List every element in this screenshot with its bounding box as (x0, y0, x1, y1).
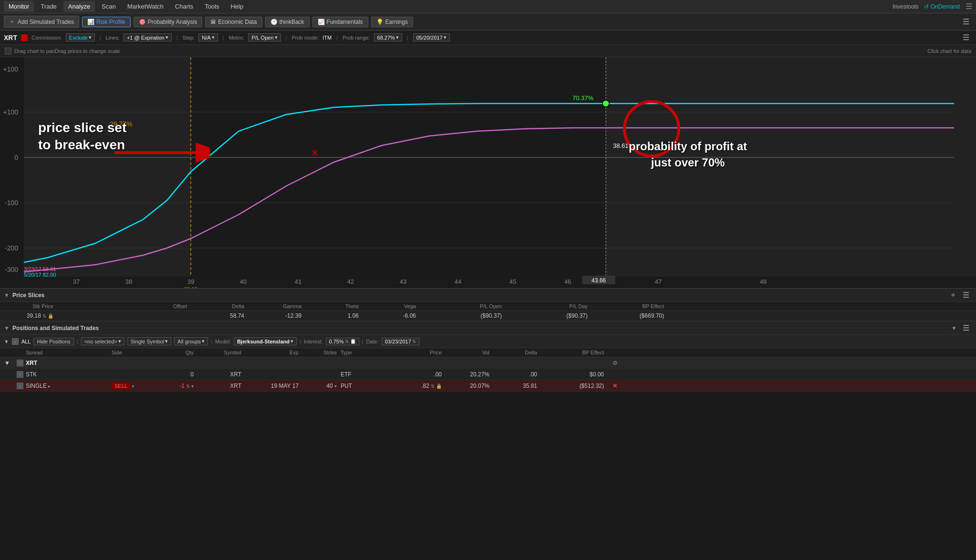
commission-value: Exclude (69, 35, 88, 41)
single-price-text: .82 (421, 383, 429, 389)
xrt-check[interactable] (14, 360, 26, 366)
ps-vega: -6.06 (363, 312, 420, 319)
chart-pan-hint: Drag chart to panDrag prices to change s… (14, 48, 120, 54)
economic-data-button[interactable]: 🏛 Economic Data (205, 17, 262, 27)
prob-range-label: Prob range: (343, 35, 370, 41)
settings-bar: XRT Commission: Exclude ▾ | Lines: +1 @ … (0, 31, 976, 45)
xrt-expand[interactable]: ▼ (0, 360, 14, 366)
all-groups-dropdown[interactable]: All groups ▾ (174, 337, 208, 345)
positions-menu-icon[interactable]: ☰ (960, 322, 972, 333)
single-strike: 40 ▾ (302, 383, 341, 389)
position-date-dropdown[interactable]: 03/23/2017 ⇅ (382, 338, 419, 345)
stk-symbol: XRT (197, 371, 245, 378)
investools-link[interactable]: Investools (893, 3, 918, 10)
single-vol: 20.07% (446, 383, 493, 389)
xrt-gear-icon[interactable]: ⚙ (608, 360, 622, 366)
svg-text:29.77%: 29.77% (110, 120, 132, 128)
date-controls[interactable]: ⇅ (412, 339, 416, 344)
ondemand-link[interactable]: ↺ OnDemand (924, 3, 960, 10)
positions-filter-icon[interactable]: ▼ (951, 325, 957, 332)
single-spread-arrow[interactable]: ▸ (48, 384, 51, 389)
ps-stk-controls[interactable]: ⇅ 🔒 (42, 313, 53, 319)
lines-dropdown[interactable]: +1 @ Expiration ▾ (124, 33, 172, 41)
position-date-value: 03/23/2017 (385, 339, 411, 344)
qty-stepper[interactable]: ⇅ ▾ (186, 384, 194, 389)
chevron-down-icon-5: ▾ (396, 34, 399, 41)
single-symbol-dropdown[interactable]: Single Symbol ▾ (127, 337, 171, 345)
price-slices-chevron[interactable]: ▼ (4, 292, 10, 299)
nav-marketwatch[interactable]: MarketWatch (123, 1, 168, 12)
metric-value: P/L Open (251, 35, 273, 41)
add-simulated-trades-button[interactable]: ＋ Add Simulated Trades (4, 16, 79, 28)
earnings-button[interactable]: 💡 Earnings (371, 17, 413, 27)
pos-sep-3: | (300, 339, 301, 344)
symbol-display: XRT (4, 34, 17, 41)
risk-profile-button[interactable]: 📊 Risk Profile (82, 17, 131, 27)
nav-help[interactable]: Help (226, 1, 248, 12)
nav-trade[interactable]: Trade (36, 1, 61, 12)
svg-text:+100: +100 (3, 108, 18, 116)
stk-delta: .00 (493, 371, 541, 378)
menu-icon[interactable]: ☰ (960, 16, 972, 27)
fundamentals-button[interactable]: 📈 Fundamentals (312, 17, 368, 27)
single-strike-arrow[interactable]: ▾ (334, 384, 337, 389)
hide-positions-btn[interactable]: Hide Positions (33, 338, 73, 345)
chart-toggle-icon[interactable] (5, 48, 11, 54)
add-price-slice-button[interactable]: ＋ (949, 290, 957, 300)
fundamentals-icon: 📈 (318, 19, 325, 25)
thinkback-button[interactable]: 🕐 thinkBack (265, 17, 310, 27)
no-selected-value: <no selected> (84, 339, 117, 344)
nav-analyze[interactable]: Analyze (63, 1, 95, 12)
date-dropdown[interactable]: 05/20/2017 ▾ (413, 33, 450, 41)
top-nav: Monitor Trade Analyze Scan MarketWatch C… (0, 0, 976, 13)
stk-check[interactable] (14, 371, 26, 378)
svg-text:+100: +100 (3, 65, 18, 73)
nav-charts[interactable]: Charts (170, 1, 198, 12)
commission-dropdown[interactable]: Exclude ▾ (66, 33, 95, 41)
metric-label: Metric: (228, 35, 244, 41)
prob-range-dropdown[interactable]: 68.27% ▾ (374, 33, 402, 41)
price-slices-section: ▼ Price Slices ＋ ☰ Stk Price Offset Delt… (0, 288, 976, 321)
interest-controls[interactable]: ⇅ 📋 (345, 339, 356, 344)
step-dropdown[interactable]: N/A ▾ (198, 33, 218, 41)
pos-expand-chevron[interactable]: ▼ (4, 339, 9, 344)
settings-menu-icon[interactable]: ☰ (960, 32, 972, 42)
prob-mode-value: ITM (322, 35, 332, 41)
price-slices-controls: ＋ ☰ (949, 290, 972, 301)
svg-rect-1 (24, 57, 191, 277)
interest-dropdown[interactable]: 0.75% ⇅ 📋 (326, 338, 359, 345)
all-checkbox[interactable] (12, 338, 19, 345)
col-bp-effect-header: BP Effect (592, 303, 668, 309)
single-side-arrow[interactable]: ▾ (132, 384, 134, 389)
svg-point-19 (602, 100, 609, 107)
positions-section: ▼ Positions and Simulated Trades ▼ ☰ ▼ A… (0, 321, 976, 392)
price-stepper[interactable]: ⇅ 🔒 (431, 384, 442, 389)
ps-bp-effect: ($669.70) (592, 312, 668, 319)
col-type-header: Type (341, 350, 379, 355)
nav-tools[interactable]: Tools (200, 1, 224, 12)
ps-pl-day: ($90.37) (506, 312, 592, 319)
positions-header: ▼ Positions and Simulated Trades ▼ ☰ (0, 321, 976, 335)
metric-dropdown[interactable]: P/L Open ▾ (248, 33, 280, 41)
hide-positions-label: Hide Positions (37, 339, 70, 344)
no-selected-dropdown[interactable]: <no selected> ▾ (81, 337, 125, 345)
chart-canvas[interactable]: +100 +100 0 -100 -200 -300 39.18 29.77% (0, 57, 976, 288)
nav-monitor[interactable]: Monitor (4, 1, 34, 12)
probability-analysis-button[interactable]: 🎯 Probability Analysis (134, 17, 202, 27)
stk-bpeff: $0.00 (541, 371, 608, 378)
price-slices-menu-icon[interactable]: ☰ (960, 290, 972, 301)
hamburger-icon[interactable]: ☰ (966, 2, 972, 11)
col-gear (608, 350, 622, 355)
single-close-btn[interactable]: ✕ (608, 383, 622, 389)
col-side-header: Side (112, 350, 159, 355)
single-check[interactable] (14, 383, 26, 389)
date-value: 05/20/2017 (416, 35, 443, 41)
date-labels: 3/23/17 58.61 5/20/17 82.00 (24, 266, 56, 278)
single-type: PUT (341, 383, 379, 389)
model-dropdown[interactable]: Bjerksund-Stensland ▾ (234, 337, 297, 345)
single-symbol: XRT (197, 383, 245, 389)
nav-scan[interactable]: Scan (97, 1, 121, 12)
prob-mode-label: Prob mode: (291, 35, 319, 41)
pos-sep-4: | (362, 339, 363, 344)
positions-chevron[interactable]: ▼ (4, 325, 10, 332)
